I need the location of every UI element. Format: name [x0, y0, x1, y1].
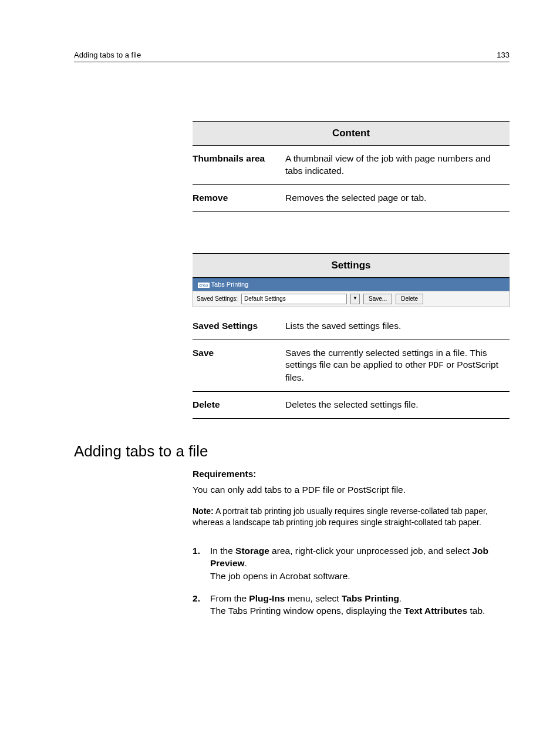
delete-button[interactable]: Delete — [396, 294, 423, 304]
settings-row-key: Saved Settings — [193, 313, 285, 340]
header-left: Adding tabs to a file — [74, 51, 141, 59]
note-label: Note: — [193, 506, 214, 516]
settings-row-value: Lists the saved settings files. — [285, 313, 510, 340]
note: Note: A portrait tab printing job usuall… — [193, 506, 510, 528]
steps-list: In the Storage area, right-click your un… — [193, 545, 510, 617]
step: From the Plug-Ins menu, select Tabs Prin… — [193, 592, 510, 617]
step-result: The Tabs Printing window opens, displayi… — [210, 606, 485, 616]
content-row-key: Remove — [193, 184, 285, 211]
note-text: A portrait tab printing job usually requ… — [193, 506, 488, 527]
settings-row-value: Deletes the selected settings file. — [285, 391, 510, 418]
creo-icon: creo — [198, 283, 210, 288]
content-table-title: Content — [193, 122, 510, 146]
settings-table-title: Settings — [193, 253, 510, 277]
step-body: From the Plug-Ins menu, select Tabs Prin… — [210, 593, 402, 603]
saved-settings-label: Saved Settings: — [197, 295, 238, 303]
settings-table: Settings creoTabs Printing Saved Setting… — [193, 253, 510, 419]
requirements-label: Requirements: — [193, 469, 510, 479]
running-header: Adding tabs to a file 133 — [74, 51, 510, 62]
header-right: 133 — [497, 51, 510, 59]
tabs-printing-titlebar: creoTabs Printing — [193, 278, 510, 291]
settings-row-value: Saves the currently selected settings in… — [285, 340, 510, 391]
content-row-key: Thumbnails area — [193, 146, 285, 185]
settings-row-key: Save — [193, 340, 285, 391]
chevron-down-icon[interactable]: ▼ — [350, 294, 360, 304]
requirements-text: You can only add tabs to a PDF file or P… — [193, 484, 510, 496]
saved-settings-toolbar: Saved Settings: ▼ Save... Delete — [193, 291, 510, 307]
tabs-printing-title: Tabs Printing — [211, 281, 249, 288]
save-button[interactable]: Save... — [363, 294, 392, 304]
step-body: In the Storage area, right-click your un… — [210, 546, 488, 569]
section-heading: Adding tabs to a file — [74, 442, 510, 461]
step-result: The job opens in Acrobat software. — [210, 571, 350, 581]
content-row-value: A thumbnail view of the job with page nu… — [285, 146, 510, 185]
content-table: Content Thumbnails area A thumbnail view… — [193, 121, 510, 212]
saved-settings-select[interactable] — [241, 294, 347, 304]
content-row-value: Removes the selected page or tab. — [285, 184, 510, 211]
settings-row-key: Delete — [193, 391, 285, 418]
step: In the Storage area, right-click your un… — [193, 545, 510, 583]
